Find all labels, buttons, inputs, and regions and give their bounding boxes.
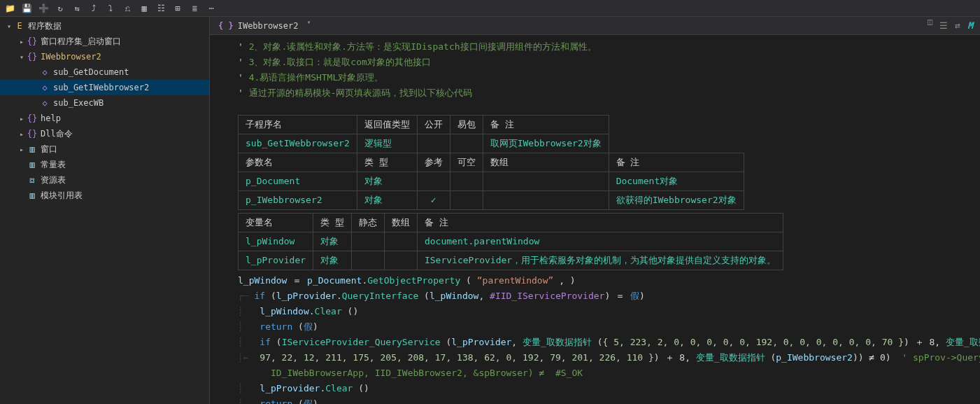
node-type-icon: {} <box>27 113 38 123</box>
cube-icon[interactable]: ◫ <box>928 17 932 34</box>
tab-dropdown-icon[interactable]: ▾ <box>306 18 316 26</box>
var-arr[interactable] <box>384 251 417 270</box>
code-editor[interactable]: ' 2、对象.读属性和对象.方法等：是实现IDispatch接口间接调用组件的方… <box>210 35 980 404</box>
th-vtype: 类 型 <box>313 214 352 232</box>
param-arr[interactable] <box>483 191 609 210</box>
th-varr: 数组 <box>384 214 417 232</box>
tree-modref[interactable]: ▥模块引用表 <box>0 188 209 203</box>
th-vnote: 备 注 <box>417 214 783 232</box>
cell-note[interactable]: 取网页IWebbrowser2对象 <box>483 134 609 153</box>
node-label: 常量表 <box>41 159 66 171</box>
tool-g-icon[interactable]: ⊞ <box>172 3 183 14</box>
tree-const[interactable]: ▥常量表 <box>0 157 209 172</box>
th-rettype: 返回值类型 <box>357 116 417 134</box>
top-toolbar: 📁 💾 ➕ ↻ ⇆ ⤴ ⤵ ⎌ ▦ ☷ ⊞ ≣ ⋯ <box>0 0 980 17</box>
tool-b-icon[interactable]: ⤴ <box>88 3 99 14</box>
var-static[interactable] <box>351 232 384 251</box>
expand-icon[interactable]: ▾ <box>4 22 14 30</box>
param-note[interactable]: Document对象 <box>609 172 744 191</box>
th-vstatic: 静态 <box>351 214 384 232</box>
tool-a-icon[interactable]: ⇆ <box>71 3 83 14</box>
node-type-icon: ⧈ <box>27 175 38 185</box>
param-ref[interactable] <box>417 172 450 191</box>
node-label: sub_GetIWebbrowser2 <box>53 83 149 92</box>
param-null[interactable] <box>450 172 483 191</box>
toolbar-right-mx-icon[interactable]: M <box>967 20 973 31</box>
th-pnote: 备 注 <box>609 153 744 172</box>
tree-res[interactable]: ⧈资源表 <box>0 172 209 188</box>
tree-iwebbrowser2[interactable]: ▾{}IWebbrowser2 <box>0 49 209 64</box>
var-note[interactable]: IServiceProvider，用于检索服务对象的机制，为其他对象提供自定义支… <box>417 251 783 270</box>
node-type-icon: E <box>14 21 25 31</box>
th-pnull: 可空 <box>450 153 483 172</box>
expand-icon[interactable]: ▸ <box>17 146 27 153</box>
var-name[interactable]: l_pWindow <box>239 232 313 251</box>
node-type-icon: ◇ <box>39 98 50 108</box>
tree-winset[interactable]: ▸{}窗口程序集_启动窗口 <box>0 34 209 49</box>
th-subname: 子程序名 <box>239 116 357 134</box>
tree-dll[interactable]: ▸{}Dll命令 <box>0 126 209 141</box>
tree-sub-execwb[interactable]: ◇sub_ExecWB <box>0 95 209 111</box>
tree-sub-getiwebbrowser2[interactable]: ◇sub_GetIWebbrowser2 <box>0 80 209 95</box>
param-type[interactable]: 对象 <box>357 191 417 210</box>
th-parr: 数组 <box>483 153 609 172</box>
param-ref[interactable]: ✓ <box>417 191 450 210</box>
var-arr[interactable] <box>384 232 417 251</box>
param-null[interactable] <box>450 191 483 210</box>
node-label: sub_ExecWB <box>53 98 104 108</box>
tool-c-icon[interactable]: ⤵ <box>105 3 116 14</box>
node-type-icon: {} <box>27 129 38 139</box>
code-body[interactable]: l_pWindow ＝ p_Document.GetObjectProperty… <box>238 273 980 404</box>
var-note[interactable]: document.parentWindow <box>417 232 783 251</box>
tab-iwebbrowser2[interactable]: { } IWebbrowser2 <box>210 17 306 34</box>
tree-sidebar[interactable]: ▾E程序数据▸{}窗口程序集_启动窗口▾{}IWebbrowser2◇sub_G… <box>0 17 210 404</box>
cell-rettype[interactable]: 逻辑型 <box>357 134 417 153</box>
th-pkg: 易包 <box>450 116 483 134</box>
expand-icon[interactable]: ▸ <box>17 130 27 138</box>
cell-pkg[interactable] <box>450 134 483 153</box>
param-name[interactable]: p_Document <box>239 172 357 191</box>
node-type-icon: ◇ <box>39 67 50 77</box>
node-label: 资源表 <box>41 174 66 186</box>
var-static[interactable] <box>351 251 384 270</box>
tree-sub-getdocument[interactable]: ◇sub_GetDocument <box>0 64 209 80</box>
expand-icon[interactable]: ▸ <box>17 38 27 46</box>
param-note[interactable]: 欲获得的IWebbrowser2对象 <box>609 191 744 210</box>
cell-subname[interactable]: sub_GetIWebbrowser2 <box>239 134 357 153</box>
braces-icon: { } <box>218 21 234 31</box>
expand-icon[interactable]: ▾ <box>17 53 27 61</box>
tree-help[interactable]: ▸{}help <box>0 111 209 126</box>
toolbar-right-b-icon[interactable]: ⇄ <box>955 20 960 31</box>
plus-icon[interactable]: ➕ <box>38 3 49 14</box>
node-label: help <box>41 113 61 123</box>
tool-i-icon[interactable]: ⋯ <box>206 3 217 14</box>
save-icon[interactable]: 💾 <box>21 3 32 14</box>
th-public: 公开 <box>417 116 450 134</box>
var-name[interactable]: l_pProvider <box>239 251 313 270</box>
node-type-icon: {} <box>27 36 38 46</box>
node-label: IWebbrowser2 <box>41 52 101 62</box>
tree-root[interactable]: ▾E程序数据 <box>0 18 209 34</box>
refresh-icon[interactable]: ↻ <box>55 3 66 14</box>
comment-line: 通过开源的精易模块-网页填表源码，找到以下核心代码 <box>249 88 473 98</box>
toolbar-right-a-icon[interactable]: ☰ <box>939 20 948 31</box>
var-type[interactable]: 对象 <box>313 232 352 251</box>
cell-public[interactable] <box>417 134 450 153</box>
var-type[interactable]: 对象 <box>313 251 352 270</box>
th-note: 备 注 <box>483 116 609 134</box>
param-name[interactable]: p_IWebbrowser2 <box>239 191 357 210</box>
tool-d-icon[interactable]: ⎌ <box>122 3 133 14</box>
folder-icon[interactable]: 📁 <box>4 3 15 14</box>
expand-icon[interactable]: ▸ <box>17 115 27 123</box>
node-label: 窗口 <box>41 144 57 155</box>
tool-f-icon[interactable]: ☷ <box>155 3 166 14</box>
tree-window[interactable]: ▸▥窗口 <box>0 141 209 157</box>
tab-label: IWebbrowser2 <box>238 21 299 31</box>
th-ptype: 类 型 <box>357 153 417 172</box>
param-arr[interactable] <box>483 172 609 191</box>
node-label: sub_GetDocument <box>53 67 129 77</box>
tool-e-icon[interactable]: ▦ <box>139 3 150 14</box>
param-type[interactable]: 对象 <box>357 172 417 191</box>
editor-tabbar: { } IWebbrowser2 ▾ ◫ ☰ ⇄ M <box>210 17 980 35</box>
tool-h-icon[interactable]: ≣ <box>189 3 200 14</box>
